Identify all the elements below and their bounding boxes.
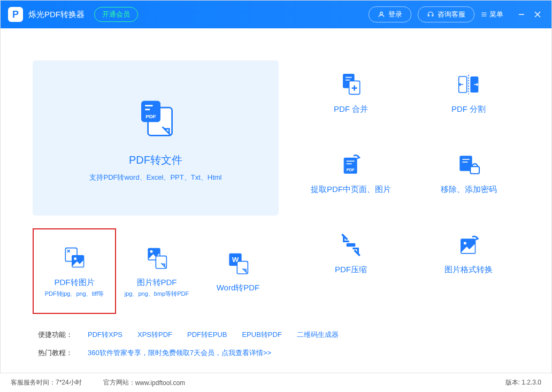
small-card-title: PDF转图片 [55, 278, 95, 288]
pdf-merge-card[interactable]: PDF 合并 [300, 60, 402, 125]
hamburger-icon [481, 11, 487, 18]
tool-title: PDF压缩 [335, 265, 367, 275]
main-card-subtitle: 支持PDF转word、Excel、PPT、Txt、Html [89, 173, 221, 182]
close-button[interactable] [531, 8, 544, 21]
vip-button[interactable]: 开通会员 [94, 7, 138, 22]
small-card-subtitle: jpg、png、bmp等转PDF [125, 290, 189, 298]
version-value: 1.2.3.0 [522, 379, 541, 386]
svg-text:PDF: PDF [145, 113, 156, 119]
svg-rect-35 [347, 243, 356, 247]
word-to-pdf-card[interactable]: W Word转PDF [197, 228, 279, 314]
shortcuts-label: 便捷功能： [38, 330, 73, 340]
pdf-password-card[interactable]: 移除、添加密码 [418, 141, 519, 205]
website-link[interactable]: www.ipdftool.com [135, 379, 185, 387]
pdf-extract-card[interactable]: PDF 提取PDF中页面、图片 [300, 141, 402, 205]
shortcut-link[interactable]: PDF转XPS [88, 330, 122, 340]
service-time: 7*24小时 [56, 378, 82, 387]
shortcut-link[interactable]: XPS转PDF [137, 330, 172, 340]
image-to-pdf-icon [143, 244, 170, 271]
shortcuts-row: 便捷功能： PDF转XPS XPS转PDF PDF转EPUB EPUB转PDF … [38, 330, 514, 340]
pdf-merge-icon [338, 71, 364, 98]
minimize-button[interactable] [515, 8, 528, 21]
pdf-extract-icon: PDF [338, 151, 364, 178]
main-card-title: PDF转文件 [129, 153, 182, 167]
shortcut-link[interactable]: 二维码生成器 [297, 330, 339, 340]
pdf-compress-icon [338, 232, 364, 258]
small-card-title: Word转PDF [217, 283, 260, 293]
image-format-icon [455, 232, 482, 258]
login-button[interactable]: 登录 [369, 6, 411, 22]
svg-point-37 [464, 242, 466, 244]
version-label: 版本: [505, 379, 522, 386]
app-logo: P [8, 7, 23, 22]
svg-point-0 [380, 12, 383, 14]
tutorials-label: 热门教程： [38, 348, 73, 358]
tool-title: 提取PDF中页面、图片 [311, 185, 391, 195]
status-bar: 客服服务时间： 7*24小时 官方网站： www.ipdftool.com 版本… [0, 373, 552, 392]
close-icon [534, 11, 541, 18]
tool-title: PDF 合并 [334, 104, 368, 114]
small-card-subtitle: PDF转jpg、png、tiff等 [45, 290, 104, 298]
svg-point-13 [150, 250, 153, 253]
pdf-to-image-card[interactable]: PDF转图片 PDF转jpg、png、tiff等 [33, 228, 116, 314]
pdf-split-card[interactable]: PDF 分割 [418, 60, 519, 125]
headset-icon [427, 11, 434, 18]
tool-title: 图片格式转换 [444, 265, 493, 275]
tool-title: PDF 分割 [451, 104, 486, 114]
title-bar: P 烁光PDF转换器 开通会员 登录 咨询客服 菜单 [1, 1, 551, 28]
pdf-to-file-card[interactable]: PDF PDF转文件 支持PDF转word、Excel、PPT、Txt、Html [33, 60, 279, 216]
pdf-to-image-icon [61, 244, 88, 271]
svg-text:PDF: PDF [347, 167, 355, 172]
svg-rect-34 [470, 166, 479, 173]
pdf-to-file-icon: PDF [132, 94, 180, 142]
shortcut-link[interactable]: EPUB转PDF [242, 330, 281, 340]
service-time-label: 客服服务时间： [11, 378, 56, 387]
tutorial-link[interactable]: 360软件管家专享，限时免费领取7天会员，点我查看详情>> [88, 348, 271, 358]
shortcut-link[interactable]: PDF转EPUB [187, 330, 227, 340]
user-icon [378, 11, 385, 18]
image-to-pdf-card[interactable]: 图片转PDF jpg、png、bmp等转PDF [116, 228, 197, 314]
word-to-pdf-icon: W [225, 250, 251, 276]
pdf-compress-card[interactable]: PDF压缩 [300, 221, 402, 285]
menu-button[interactable]: 菜单 [481, 10, 503, 19]
tutorials-row: 热门教程： 360软件管家专享，限时免费领取7天会员，点我查看详情>> [38, 348, 514, 358]
website-label: 官方网站： [103, 378, 135, 387]
minimize-icon [518, 11, 525, 18]
small-card-title: 图片转PDF [137, 278, 177, 288]
app-title: 烁光PDF转换器 [28, 10, 85, 20]
svg-point-11 [74, 257, 76, 260]
pdf-split-icon [455, 71, 482, 98]
image-format-card[interactable]: 图片格式转换 [418, 221, 519, 285]
support-button[interactable]: 咨询客服 [418, 6, 474, 22]
pdf-password-icon [455, 151, 482, 178]
tool-title: 移除、添加密码 [441, 185, 497, 195]
